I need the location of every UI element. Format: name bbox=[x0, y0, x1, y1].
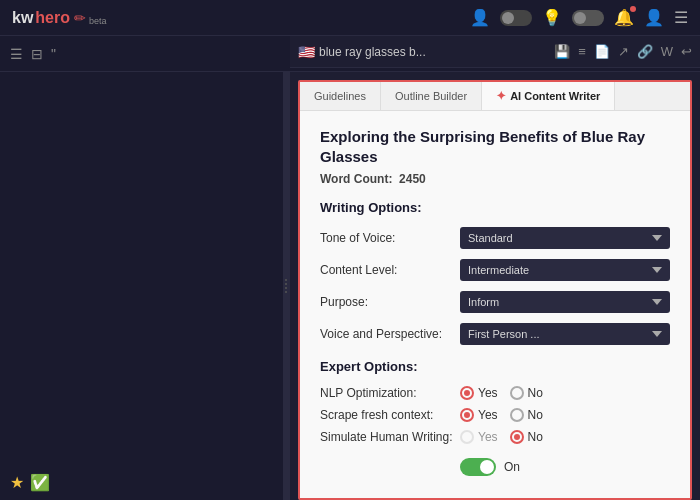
simulate-row: Simulate Human Writing: Yes No bbox=[320, 430, 670, 444]
align-left-icon[interactable]: ☰ bbox=[10, 46, 23, 62]
purpose-row: Purpose: Inform Persuade Entertain bbox=[320, 291, 670, 313]
simulate-label: Simulate Human Writing: bbox=[320, 430, 460, 444]
share-icon[interactable]: ↗ bbox=[618, 44, 629, 59]
scrape-radio-group: Yes No bbox=[460, 408, 543, 422]
voice-row: Voice and Perspective: First Person ... … bbox=[320, 323, 670, 345]
save-icon[interactable]: 💾 bbox=[554, 44, 570, 59]
menu-icon[interactable]: ☰ bbox=[674, 8, 688, 27]
panel-tabs: Guidelines Outline Builder ✦ AI Content … bbox=[300, 82, 690, 111]
simulate-yes-label: Yes bbox=[478, 430, 498, 444]
nlp-optimization-row: NLP Optimization: Yes No bbox=[320, 386, 670, 400]
person-icon[interactable]: 👤 bbox=[470, 8, 490, 27]
tab-outline-builder[interactable]: Outline Builder bbox=[381, 82, 482, 110]
expert-options-heading: Expert Options: bbox=[320, 359, 670, 374]
right-toolbar-icons: 💾 ≡ 📄 ↗ 🔗 W ↩ bbox=[554, 44, 692, 59]
scrape-no-option[interactable]: No bbox=[510, 408, 543, 422]
wordpress-icon[interactable]: W bbox=[661, 44, 673, 59]
tone-label: Tone of Voice: bbox=[320, 231, 460, 245]
right-header: 🇺🇸 blue ray glasses b... 💾 ≡ 📄 ↗ 🔗 W ↩ bbox=[290, 36, 700, 68]
word-count-value: 2450 bbox=[399, 172, 426, 186]
logo-kw: kw bbox=[12, 9, 33, 27]
simulate-toggle-row: On bbox=[460, 452, 670, 482]
purpose-select[interactable]: Inform Persuade Entertain bbox=[460, 291, 670, 313]
nlp-no-label: No bbox=[528, 386, 543, 400]
page-title: blue ray glasses b... bbox=[319, 45, 550, 59]
logo-beta: beta bbox=[89, 16, 107, 26]
bottom-bar: ★ ✅ bbox=[10, 473, 50, 492]
nlp-yes-radio[interactable] bbox=[460, 386, 474, 400]
word-count: Word Count: 2450 bbox=[320, 172, 670, 186]
ai-writer-panel: Guidelines Outline Builder ✦ AI Content … bbox=[298, 80, 692, 500]
ai-tab-icon: ✦ bbox=[496, 89, 506, 103]
bell-icon[interactable]: 🔔 bbox=[614, 8, 634, 27]
file-icon[interactable]: 📄 bbox=[594, 44, 610, 59]
panel-body: Exploring the Surprising Benefits of Blu… bbox=[300, 111, 690, 498]
scrape-yes-option[interactable]: Yes bbox=[460, 408, 498, 422]
simulate-yes-option[interactable]: Yes bbox=[460, 430, 498, 444]
logo: kwhero✏ beta bbox=[12, 9, 107, 27]
nlp-no-radio[interactable] bbox=[510, 386, 524, 400]
user-shield-icon[interactable]: 👤 bbox=[644, 8, 664, 27]
writing-options-grid: Tone of Voice: Standard Formal Casual Co… bbox=[320, 227, 670, 345]
quote-icon[interactable]: " bbox=[51, 46, 56, 62]
simulate-no-radio[interactable] bbox=[510, 430, 524, 444]
tone-select[interactable]: Standard Formal Casual bbox=[460, 227, 670, 249]
nlp-yes-option[interactable]: Yes bbox=[460, 386, 498, 400]
flag-icon: 🇺🇸 bbox=[298, 44, 315, 60]
guidelines-label: Guidelines bbox=[314, 90, 366, 102]
tab-ai-content-writer[interactable]: ✦ AI Content Writer bbox=[482, 82, 615, 110]
content-panel: Guidelines Outline Builder ✦ AI Content … bbox=[290, 72, 700, 500]
voice-label: Voice and Perspective: bbox=[320, 327, 460, 341]
list-view-icon[interactable]: ≡ bbox=[578, 44, 586, 59]
ai-tab-label: AI Content Writer bbox=[510, 90, 600, 102]
simulate-yes-radio[interactable] bbox=[460, 430, 474, 444]
content-level-select[interactable]: Intermediate Beginner Advanced bbox=[460, 259, 670, 281]
list-icon[interactable]: ⊟ bbox=[31, 46, 43, 62]
resize-handle[interactable] bbox=[283, 72, 289, 500]
content-level-label: Content Level: bbox=[320, 263, 460, 277]
logo-pencil-icon: ✏ bbox=[74, 10, 86, 26]
tab-guidelines[interactable]: Guidelines bbox=[300, 82, 381, 110]
scrape-yes-label: Yes bbox=[478, 408, 498, 422]
content-level-row: Content Level: Intermediate Beginner Adv… bbox=[320, 259, 670, 281]
bulb-icon[interactable]: 💡 bbox=[542, 8, 562, 27]
check-circle-icon[interactable]: ✅ bbox=[30, 473, 50, 492]
writing-options-heading: Writing Options: bbox=[320, 200, 670, 215]
simulate-no-option[interactable]: No bbox=[510, 430, 543, 444]
link-icon[interactable]: 🔗 bbox=[637, 44, 653, 59]
outline-label: Outline Builder bbox=[395, 90, 467, 102]
purpose-label: Purpose: bbox=[320, 295, 460, 309]
left-toolbar: ☰ ⊟ " bbox=[0, 36, 290, 72]
panel-title: Exploring the Surprising Benefits of Blu… bbox=[320, 127, 670, 166]
scrape-row: Scrape fresh context: Yes No bbox=[320, 408, 670, 422]
nlp-label: NLP Optimization: bbox=[320, 386, 460, 400]
star-icon[interactable]: ★ bbox=[10, 473, 24, 492]
simulate-radio-group: Yes No bbox=[460, 430, 543, 444]
voice-select[interactable]: First Person ... Second Person Third Per… bbox=[460, 323, 670, 345]
top-nav: kwhero✏ beta 👤 💡 🔔 👤 ☰ bbox=[0, 0, 700, 36]
simulate-no-label: No bbox=[528, 430, 543, 444]
right-panel: Guidelines Outline Builder ✦ AI Content … bbox=[290, 72, 700, 500]
logo-hero: hero bbox=[35, 9, 70, 27]
nav-icons: 👤 💡 🔔 👤 ☰ bbox=[470, 8, 688, 27]
simulate-toggle[interactable] bbox=[460, 458, 496, 476]
main-area: ★ ✅ Guidelines Outline Builder ✦ AI C bbox=[0, 72, 700, 500]
nlp-yes-label: Yes bbox=[478, 386, 498, 400]
left-sidebar: ★ ✅ bbox=[0, 72, 290, 500]
toggle-on-label: On bbox=[504, 460, 520, 474]
scrape-no-label: No bbox=[528, 408, 543, 422]
scrape-no-radio[interactable] bbox=[510, 408, 524, 422]
scrape-label: Scrape fresh context: bbox=[320, 408, 460, 422]
nav-toggle-2[interactable] bbox=[572, 10, 604, 26]
word-count-label: Word Count: bbox=[320, 172, 392, 186]
tone-of-voice-row: Tone of Voice: Standard Formal Casual bbox=[320, 227, 670, 249]
nav-toggle[interactable] bbox=[500, 10, 532, 26]
nlp-radio-group: Yes No bbox=[460, 386, 543, 400]
undo-icon[interactable]: ↩ bbox=[681, 44, 692, 59]
nlp-no-option[interactable]: No bbox=[510, 386, 543, 400]
scrape-yes-radio[interactable] bbox=[460, 408, 474, 422]
